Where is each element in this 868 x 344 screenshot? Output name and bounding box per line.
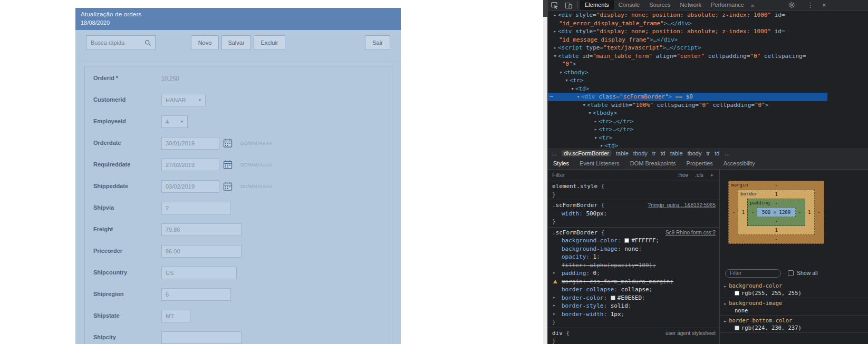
kebab-menu-icon[interactable]: ⋮ — [807, 0, 814, 10]
computed-property[interactable]: ►border-bottom-colorrgb(224, 230, 237) — [720, 316, 868, 333]
twisty-open-icon[interactable]: ▼ — [581, 102, 587, 110]
computed-filter-input[interactable]: Filter — [725, 269, 781, 278]
dom-tree-row[interactable]: ►<tr>…</tr> — [548, 117, 827, 126]
css-property[interactable]: opacity: 1; — [548, 253, 719, 261]
field-select[interactable]: 4▼ — [161, 115, 188, 128]
close-devtools-icon[interactable]: × — [822, 0, 826, 10]
page-scrollbar[interactable] — [543, 0, 547, 344]
styles-tab-dom-breakpoints[interactable]: DOM Breakpoints — [625, 160, 681, 166]
field-input[interactable]: 6 — [161, 288, 231, 301]
css-selector[interactable]: .scFormBorder — [552, 202, 597, 209]
breadcrumb-item[interactable]: div.scFormBorder — [562, 150, 611, 156]
styles-filter-input[interactable]: Filter — [552, 171, 565, 180]
twisty-open-icon[interactable]: ▼ — [575, 93, 581, 102]
devtools-tab-console[interactable]: Console — [614, 0, 644, 10]
twisty-closed-icon[interactable]: ► — [724, 284, 726, 289]
dom-tree-row[interactable]: ►<script type="text/javascript">…</scrip… — [548, 44, 827, 52]
stylesheet-link[interactable]: user agent stylesheet — [666, 329, 716, 338]
row-menu-icon[interactable]: … — [549, 91, 554, 100]
breadcrumb-item[interactable]: table — [670, 150, 683, 156]
breadcrumb-item[interactable]: table — [616, 150, 629, 156]
computed-property[interactable]: ►background-colorrgb(255, 255, 255) — [720, 281, 868, 298]
dom-tree-row[interactable]: ▼<tr> — [548, 134, 827, 142]
dom-tree-row[interactable]: ►<tr>…</tr> — [548, 125, 827, 134]
quick-search-input[interactable]: Busca rápida — [86, 35, 156, 50]
calendar-icon[interactable] — [223, 138, 233, 149]
twisty-closed-icon[interactable]: ► — [552, 28, 558, 36]
twisty-open-icon[interactable]: ▼ — [552, 53, 558, 61]
pseudo-state-toggle[interactable]: :hov — [678, 171, 688, 180]
dom-tree-row[interactable]: ▼<tr> — [548, 76, 827, 85]
field-input[interactable]: 03/02/2019 — [161, 180, 219, 193]
twisty-open-icon[interactable]: ▼ — [587, 110, 593, 118]
css-property[interactable]: background-image: none; — [548, 245, 719, 253]
twisty-closed-icon[interactable]: ► — [593, 126, 599, 134]
twisty-closed-icon[interactable]: ► — [553, 302, 555, 310]
css-property[interactable]: filter: alpha(opacity=100); — [548, 261, 719, 270]
twisty-closed-icon[interactable]: ► — [552, 44, 558, 53]
styles-tab-styles[interactable]: Styles — [548, 160, 574, 166]
breadcrumb-item[interactable]: tbody — [633, 150, 648, 156]
field-input[interactable]: 2 — [161, 202, 231, 214]
new-rule-button[interactable]: + — [710, 171, 713, 180]
field-select[interactable]: HANAR▼ — [161, 94, 206, 106]
css-property[interactable]: ►border-style: solid; — [548, 302, 719, 310]
twisty-closed-icon[interactable]: ► — [724, 319, 726, 323]
settings-gear-icon[interactable] — [788, 2, 795, 8]
dom-tree-row[interactable]: ▼<table id="main_table_form" align="cent… — [548, 52, 827, 61]
styles-tab-event-listeners[interactable]: Event Listeners — [574, 160, 625, 166]
box-model-margin[interactable]: margin - - border 1 1 padding - — [728, 181, 824, 244]
field-input[interactable]: 30/01/2019 — [161, 137, 219, 150]
devtools-tab-sources[interactable]: Sources — [644, 0, 675, 10]
color-swatch[interactable] — [624, 238, 629, 243]
field-input[interactable]: 27/02/2019 — [161, 159, 219, 171]
dom-tree-row[interactable]: …▼<div class="scFormBorder"> == $0 — [548, 93, 827, 101]
dom-tree-row[interactable]: ▼<tbody> — [548, 109, 827, 117]
twisty-open-icon[interactable]: ▼ — [564, 77, 570, 85]
inspect-element-icon[interactable] — [551, 2, 558, 9]
twisty-closed-icon[interactable]: ► — [553, 310, 555, 319]
styles-tab-properties[interactable]: Properties — [681, 160, 718, 166]
css-property[interactable]: ►border-width: 1px; — [548, 310, 719, 319]
excluir-button[interactable]: Excluir — [254, 35, 285, 50]
twisty-closed-icon[interactable]: ► — [593, 118, 599, 126]
twisty-closed-icon[interactable]: ► — [553, 269, 555, 278]
breadcrumb-item[interactable]: … — [724, 150, 730, 156]
calendar-icon[interactable] — [223, 160, 233, 170]
show-all-checkbox[interactable] — [788, 270, 794, 276]
box-model-padding[interactable]: padding - - 500 × 1289 - - — [747, 199, 805, 226]
twisty-closed-icon[interactable]: ► — [552, 12, 558, 20]
devtools-tab-performance[interactable]: Performance — [706, 0, 749, 10]
dom-tree-row[interactable]: "0"> — [548, 60, 827, 68]
field-input[interactable] — [161, 331, 242, 344]
breadcrumb-item[interactable]: tr — [652, 150, 656, 156]
calendar-icon[interactable] — [223, 181, 233, 192]
field-input[interactable]: MT — [161, 310, 190, 322]
breadcrumb-item[interactable]: tr — [706, 150, 710, 156]
novo-button[interactable]: Novo — [191, 35, 219, 50]
twisty-closed-icon[interactable]: ► — [553, 294, 555, 302]
color-swatch[interactable] — [611, 296, 615, 300]
dom-tree-row[interactable]: ►<div style="display: none; position: ab… — [548, 11, 827, 19]
css-selector[interactable]: element.style — [552, 183, 597, 190]
stylesheet-link[interactable]: ?nmgp_outra…1&8132:5965 — [648, 201, 716, 210]
box-model-content[interactable]: 500 × 1289 — [757, 208, 796, 217]
salvar-button[interactable]: Salvar — [221, 35, 251, 50]
dom-tree-row[interactable]: ▼<table width="100%" cellspacing="0" cel… — [548, 101, 827, 110]
breadcrumb-item[interactable]: … — [551, 150, 557, 156]
more-tabs-icon[interactable]: » — [751, 2, 754, 8]
stylesheet-link[interactable]: Sc9 Rhino form.css:2 — [666, 229, 716, 237]
computed-property[interactable]: ►background-imagenone — [720, 298, 868, 316]
class-toggle[interactable]: .cls — [695, 171, 703, 180]
device-toolbar-icon[interactable] — [565, 2, 572, 9]
devtools-tab-elements[interactable]: Elements — [580, 0, 614, 10]
field-input[interactable]: 96.00 — [161, 245, 242, 258]
dom-tree-row[interactable]: "id_message_display_frame">…</div> — [548, 36, 827, 44]
dom-tree-row[interactable]: ▼<td> — [548, 85, 827, 93]
breadcrumb-item[interactable]: tbody — [688, 150, 702, 156]
twisty-closed-icon[interactable]: ► — [724, 302, 726, 306]
breadcrumb-item[interactable]: td — [715, 150, 719, 156]
box-model-border[interactable]: border 1 1 padding - - 500 × 1289 — [738, 190, 815, 235]
css-property[interactable]: ►padding: 0; — [548, 269, 719, 278]
field-input[interactable]: US — [161, 267, 237, 279]
